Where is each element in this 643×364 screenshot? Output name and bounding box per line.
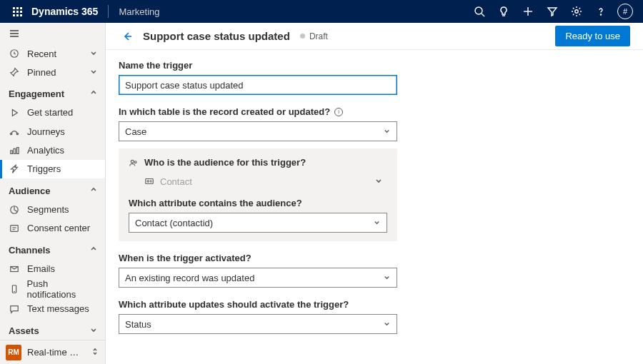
mobile-icon xyxy=(9,284,20,294)
select-value: Contact (contactid) xyxy=(135,218,213,228)
svg-rect-17 xyxy=(11,226,19,232)
form: Name the trigger In which table is the r… xyxy=(106,50,643,355)
play-icon xyxy=(9,108,20,118)
select-value: Status xyxy=(125,319,151,330)
status-badge: Draft xyxy=(309,31,328,41)
sidebar-group-audience[interactable]: Audience xyxy=(0,181,105,200)
people-icon xyxy=(129,158,139,168)
chevron-down-icon xyxy=(374,176,383,187)
update-attr-select[interactable]: Status xyxy=(119,314,397,334)
svg-line-1 xyxy=(482,14,484,16)
sidebar-item-push-notifications[interactable]: Push notifications xyxy=(0,278,105,300)
help-icon[interactable] xyxy=(589,0,613,23)
sidebar-item-consent-center[interactable]: Consent center xyxy=(0,219,105,238)
mail-icon xyxy=(9,264,20,274)
chevron-down-icon xyxy=(89,325,98,336)
brand-label: Dynamics 365 xyxy=(31,6,98,17)
environment-badge: RM xyxy=(6,345,21,360)
sidebar-item-emails[interactable]: Emails xyxy=(0,259,105,278)
attr-audience-label: Which attribute contains the audience? xyxy=(129,198,387,208)
sidebar-group-engagement[interactable]: Engagement xyxy=(0,85,105,103)
audience-select[interactable]: Contact xyxy=(129,172,387,191)
sidebar-item-pinned[interactable]: Pinned xyxy=(0,63,105,81)
activation-select[interactable]: An existing record was updated xyxy=(119,268,397,288)
page-title: Support case status updated xyxy=(143,30,290,42)
sidebar-toggle[interactable] xyxy=(0,23,105,44)
info-icon[interactable]: i xyxy=(334,108,343,116)
filter-icon[interactable] xyxy=(540,0,564,23)
triggers-icon xyxy=(9,164,20,174)
sidebar-item-label: Triggers xyxy=(27,163,61,174)
attr-audience-select[interactable]: Contact (contactid) xyxy=(129,213,387,233)
sidebar-item-get-started[interactable]: Get started xyxy=(0,103,105,122)
sidebar-item-journeys[interactable]: Journeys xyxy=(0,122,105,141)
sidebar-group-assets[interactable]: Assets xyxy=(0,321,105,340)
audience-panel: Who is the audience for this trigger? Co… xyxy=(119,148,397,241)
sidebar-item-label: Recent xyxy=(27,49,56,59)
chevron-down-icon xyxy=(89,49,98,59)
name-trigger-input[interactable] xyxy=(119,75,397,95)
select-value: An existing record was updated xyxy=(125,273,254,283)
table-select[interactable]: Case xyxy=(119,121,397,141)
back-button[interactable] xyxy=(119,28,136,45)
sidebar-item-text-messages[interactable]: Text messages xyxy=(0,300,105,318)
chevron-down-icon xyxy=(383,126,391,137)
sidebar-item-segments[interactable]: Segments xyxy=(0,200,105,218)
page-header: Support case status updated Draft Ready … xyxy=(106,23,643,50)
sidebar-item-label: Analytics xyxy=(27,145,64,156)
waffle-icon xyxy=(13,7,22,16)
ready-to-use-button[interactable]: Ready to use xyxy=(555,26,630,46)
svg-point-5 xyxy=(575,10,578,13)
chat-icon xyxy=(9,304,20,314)
segments-icon xyxy=(9,205,20,215)
status-dot xyxy=(300,34,305,39)
sidebar-item-recent[interactable]: Recent xyxy=(0,44,105,63)
chevron-up-icon xyxy=(89,245,98,256)
svg-point-25 xyxy=(147,181,149,182)
clock-icon xyxy=(9,49,20,59)
pin-icon xyxy=(9,67,20,77)
svg-point-6 xyxy=(600,14,601,15)
activation-label: When is the trigger activated? xyxy=(119,253,630,263)
sidebar-item-label: Get started xyxy=(27,107,73,118)
svg-point-22 xyxy=(131,160,134,163)
header-actions: # xyxy=(467,0,637,23)
chevron-down-icon xyxy=(383,319,391,330)
audience-label: Who is the audience for this trigger? xyxy=(129,157,387,168)
update-attr-label: Which attribute updates should activate … xyxy=(119,299,630,310)
search-icon[interactable] xyxy=(467,0,492,23)
sidebar-item-label: Emails xyxy=(27,263,55,274)
app-launcher-button[interactable] xyxy=(6,7,29,16)
lightbulb-icon[interactable] xyxy=(492,0,516,23)
sidebar-item-label: Segments xyxy=(27,204,69,215)
add-icon[interactable] xyxy=(516,0,540,23)
contact-card-icon xyxy=(144,176,154,186)
name-trigger-label: Name the trigger xyxy=(119,60,630,71)
journeys-icon xyxy=(9,126,20,136)
main-content: Support case status updated Draft Ready … xyxy=(106,23,643,364)
environment-name: Real-time marketi… xyxy=(27,347,85,358)
analytics-icon xyxy=(9,146,20,156)
gear-icon[interactable] xyxy=(564,0,589,23)
sidebar-item-label: Text messages xyxy=(27,303,89,314)
sidebar: Recent Pinned Engagement Get started Jou… xyxy=(0,23,106,364)
account-button[interactable]: # xyxy=(613,0,637,23)
chevron-up-icon xyxy=(89,186,98,196)
sidebar-item-label: Journeys xyxy=(27,126,65,137)
select-value: Case xyxy=(125,126,146,137)
table-label: In which table is the record created or … xyxy=(119,106,630,117)
environment-switcher[interactable]: RM Real-time marketi… xyxy=(0,340,105,363)
app-header: Dynamics 365 Marketing # xyxy=(0,0,643,23)
avatar: # xyxy=(617,4,633,19)
svg-point-0 xyxy=(475,7,482,14)
header-divider xyxy=(108,5,109,18)
svg-rect-14 xyxy=(14,148,16,153)
chevron-down-icon xyxy=(89,67,98,78)
sidebar-item-analytics[interactable]: Analytics xyxy=(0,141,105,159)
sidebar-group-channels[interactable]: Channels xyxy=(0,241,105,259)
consent-icon xyxy=(9,223,20,233)
select-value: Contact xyxy=(160,176,192,187)
sidebar-item-triggers[interactable]: Triggers xyxy=(0,160,105,178)
chevron-down-icon xyxy=(383,273,391,283)
svg-point-23 xyxy=(134,161,136,163)
